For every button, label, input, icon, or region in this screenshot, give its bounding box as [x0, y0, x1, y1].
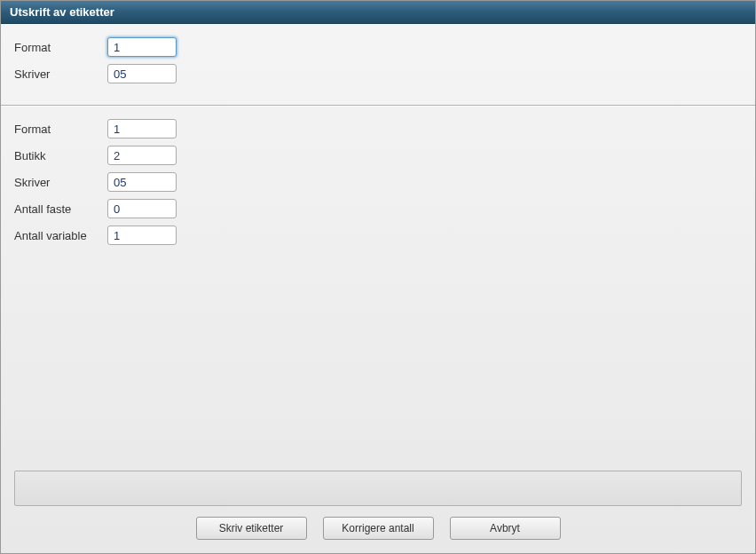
label-butikk: Butikk — [14, 149, 107, 162]
label-skriver: Skriver — [14, 176, 107, 189]
section-divider — [1, 105, 755, 107]
label-format: Format — [14, 123, 107, 136]
input-format[interactable] — [107, 119, 177, 138]
input-antall-variable[interactable] — [107, 226, 177, 245]
row-format: Format — [14, 119, 742, 138]
label-antall-variable: Antall variable — [14, 229, 107, 242]
section-bottom: Format Butikk Skriver Antall faste Antal… — [14, 119, 742, 252]
cancel-button[interactable]: Avbryt — [450, 517, 561, 540]
label-skriver-top: Skriver — [14, 67, 107, 81]
correct-count-button[interactable]: Korrigere antall — [323, 517, 434, 540]
label-format-top: Format — [14, 41, 107, 54]
button-row: Skriv etiketter Korrigere antall Avbryt — [14, 517, 742, 544]
input-skriver-top[interactable] — [107, 64, 177, 83]
input-butikk[interactable] — [107, 146, 177, 165]
window-titlebar: Utskrift av etiketter — [1, 1, 755, 24]
row-antall-variable: Antall variable — [14, 226, 742, 245]
row-skriver: Skriver — [14, 172, 742, 192]
window-title: Utskrift av etiketter — [10, 5, 114, 19]
section-top: Format Skriver — [14, 37, 742, 91]
row-skriver-top: Skriver — [14, 64, 742, 83]
row-butikk: Butikk — [14, 146, 742, 165]
input-skriver[interactable] — [107, 172, 177, 192]
input-antall-faste[interactable] — [107, 199, 177, 218]
status-box — [14, 471, 742, 506]
print-labels-button[interactable]: Skriv etiketter — [196, 517, 307, 540]
row-antall-faste: Antall faste — [14, 199, 742, 218]
dialog-window: Utskrift av etiketter Format Skriver For… — [0, 0, 756, 554]
spacer — [14, 261, 742, 471]
label-antall-faste: Antall faste — [14, 202, 107, 216]
input-format-top[interactable] — [107, 37, 177, 57]
dialog-content: Format Skriver Format Butikk Skriver — [1, 24, 755, 553]
row-format-top: Format — [14, 37, 742, 57]
